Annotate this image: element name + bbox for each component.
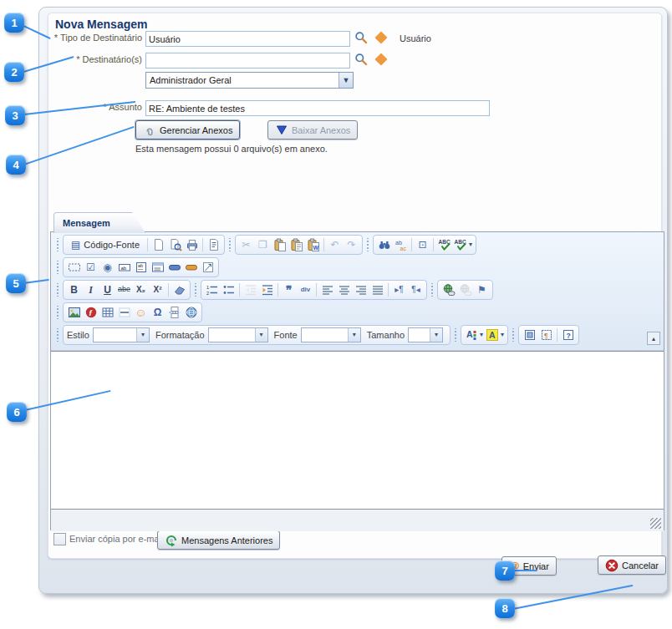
group-select-value: Administrador Geral (146, 75, 339, 85)
format-select-box[interactable]: ▾ (208, 327, 268, 342)
paste-from-word-icon[interactable]: W (306, 237, 320, 252)
universal-keyboard-icon[interactable] (184, 305, 198, 320)
toolbar-group: ▤Código-Fonte (63, 235, 225, 255)
group-select[interactable]: Administrador Geral ▼ (145, 72, 354, 89)
strikethrough-icon[interactable]: abe (117, 282, 131, 297)
anchor-icon[interactable]: ⚑ (475, 282, 489, 297)
smiley-icon[interactable]: ☺ (134, 305, 148, 320)
mensagens-anteriores-button[interactable]: Mensagens Anteriores (157, 530, 280, 550)
toolbar-drag-handle[interactable] (228, 238, 232, 251)
blockquote-icon[interactable]: ❞ (282, 282, 296, 297)
italic-icon[interactable]: I (84, 282, 98, 297)
align-right-icon[interactable] (354, 282, 368, 297)
textarea-icon[interactable]: ab (134, 260, 148, 275)
toolbar-group: BIUabeX₂X² (63, 280, 191, 300)
numbered-list-icon[interactable]: 12 (205, 282, 219, 297)
toolbar-drag-handle[interactable] (366, 238, 369, 251)
toolbar-drag-handle[interactable] (194, 283, 197, 297)
bold-icon[interactable]: B (67, 282, 81, 297)
toolbar-drag-handle[interactable] (56, 261, 59, 274)
horizontal-rule-icon[interactable] (117, 305, 131, 320)
assunto-input[interactable] (145, 100, 490, 116)
increase-indent-icon[interactable] (260, 282, 274, 297)
replace-icon[interactable]: abac (394, 237, 408, 252)
hidden-field-icon[interactable] (201, 260, 215, 275)
paste-icon[interactable] (272, 237, 287, 252)
checkbox-icon[interactable]: ☑ (84, 260, 98, 275)
print-icon[interactable] (185, 237, 199, 252)
align-left-icon[interactable] (320, 282, 334, 297)
paste-plain-text-icon[interactable] (289, 237, 303, 252)
align-justify-icon[interactable] (370, 282, 384, 297)
clear-tipo-destinatario-icon[interactable] (374, 31, 388, 44)
image-button-icon[interactable] (184, 260, 198, 275)
toolbar-drag-handle[interactable] (512, 328, 515, 342)
toolbar-drag-handle[interactable] (56, 306, 59, 319)
toolbar-separator (557, 328, 557, 342)
editor-toolbar: ▤Código-Fonte✂❐W↶↷abac⊡ABCABC▾☑◉ababBIUa… (51, 232, 664, 351)
nova-mensagem-panel: Nova Mensagem * Tipo de Destinatário Usu… (38, 7, 668, 594)
clear-destinatarios-icon[interactable] (374, 53, 388, 66)
text-direction-rtl-icon[interactable]: ¶◂ (409, 282, 423, 297)
show-blocks-icon[interactable]: ¶ (539, 327, 553, 342)
page-break-icon[interactable] (167, 305, 181, 320)
form-icon[interactable] (67, 260, 81, 275)
insert-flash-icon[interactable]: f (84, 305, 98, 320)
text-direction-ltr-icon[interactable]: ▸¶ (392, 282, 406, 297)
new-page-icon[interactable] (151, 237, 165, 252)
chevron-down-icon[interactable]: ▼ (339, 73, 353, 88)
tab-mensagem[interactable]: Mensagem (53, 212, 145, 233)
callout-badge-5: 5 (6, 273, 26, 293)
text-color-icon[interactable]: A▾ (465, 327, 483, 342)
tipo-destinatario-input[interactable] (145, 31, 350, 47)
toolbar-drag-handle[interactable] (56, 283, 59, 297)
find-icon[interactable] (377, 237, 391, 252)
chevron-down-icon: ▾ (480, 332, 483, 338)
insert-image-icon[interactable] (67, 305, 81, 320)
insert-table-icon[interactable] (100, 305, 115, 320)
select-all-icon[interactable]: ⊡ (415, 237, 430, 252)
insert-link-icon[interactable] (441, 282, 456, 297)
about-icon[interactable]: ? (561, 327, 575, 342)
underline-icon[interactable]: U (100, 282, 115, 297)
resize-grip[interactable] (650, 518, 661, 529)
style-select[interactable]: Estilo▾ (67, 327, 150, 342)
search-destinatarios-icon[interactable] (354, 53, 368, 66)
format-select[interactable]: Formatação▾ (155, 327, 268, 342)
gerenciar-anexos-button[interactable]: Gerenciar Anexos (135, 120, 240, 139)
background-color-icon[interactable]: A▾ (486, 327, 504, 342)
source-button[interactable]: ▤Código-Fonte (67, 238, 144, 251)
size-select[interactable]: Tamanho▾ (367, 327, 443, 342)
subscript-icon[interactable]: X₂ (134, 282, 148, 297)
size-select-box[interactable]: ▾ (408, 327, 443, 342)
selection-field-icon[interactable] (150, 260, 165, 275)
text-field-icon[interactable]: ab (117, 260, 131, 275)
special-character-icon[interactable]: Ω (150, 305, 165, 320)
align-center-icon[interactable] (337, 282, 351, 297)
cancelar-button[interactable]: Cancelar (598, 555, 666, 575)
spell-check-toggle-icon[interactable]: ABC▾ (454, 237, 472, 252)
font-select-box[interactable]: ▾ (301, 327, 361, 342)
toolbar-drag-handle[interactable] (56, 328, 59, 342)
toolbar-drag-handle[interactable] (56, 238, 59, 251)
maximize-icon[interactable] (522, 327, 537, 342)
toolbar-drag-handle[interactable] (454, 328, 457, 342)
remove-format-icon[interactable] (172, 282, 186, 297)
collapse-toolbar-icon[interactable]: ▴ (647, 332, 660, 345)
send-copy-checkbox[interactable] (53, 533, 66, 545)
radio-button-icon[interactable]: ◉ (100, 260, 115, 275)
style-select-box[interactable]: ▾ (93, 327, 150, 342)
preview-icon[interactable] (168, 237, 182, 252)
button-icon[interactable] (167, 260, 181, 275)
svg-text:2: 2 (206, 290, 209, 295)
div-container-icon[interactable]: div (298, 282, 313, 297)
destinatarios-input[interactable] (145, 53, 350, 68)
font-select[interactable]: Fonte▾ (274, 327, 361, 342)
templates-icon[interactable] (206, 237, 221, 252)
superscript-icon[interactable]: X² (150, 282, 165, 297)
spell-check-icon[interactable]: ABC (437, 237, 451, 252)
toolbar-drag-handle[interactable] (430, 283, 434, 297)
message-body-input[interactable] (51, 351, 664, 510)
search-tipo-destinatario-icon[interactable] (354, 31, 368, 44)
bulleted-list-icon[interactable] (221, 282, 236, 297)
